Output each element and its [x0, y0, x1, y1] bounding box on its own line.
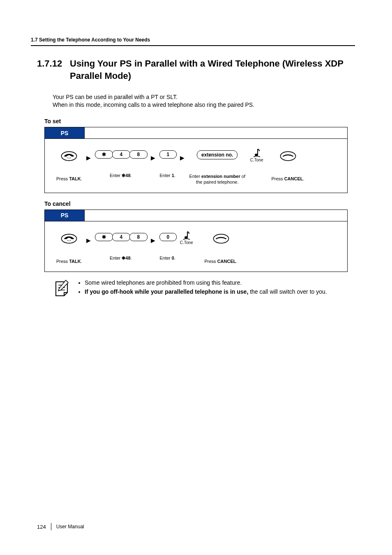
- talk-caption-post: .: [81, 176, 82, 181]
- tab-spacer: [85, 210, 347, 221]
- svg-point-0: [62, 152, 77, 161]
- enter0-post: .: [174, 256, 175, 260]
- enter1-post: .: [174, 173, 175, 178]
- note-2: If you go off-hook while your parallelle…: [85, 288, 327, 296]
- cancel-bold: CANCEL: [284, 176, 303, 181]
- star48-bold: ✱48: [122, 256, 130, 260]
- footer-separator: [51, 523, 51, 530]
- ctone-icon: [253, 148, 261, 158]
- step-star48: ✱ 4 8 Enter ✱48.: [95, 233, 147, 261]
- talk-post: .: [81, 259, 82, 264]
- intro-line-2: When in this mode, incoming calls to a w…: [53, 101, 254, 108]
- extension-chip: extension no.: [197, 150, 238, 159]
- svg-point-8: [69, 240, 70, 241]
- intro-paragraph: Your PS can be used in parallel with a P…: [53, 93, 355, 109]
- enter0-pre: Enter: [159, 256, 171, 260]
- section-title: 1.7.12 Using Your PS in Parallel with a …: [37, 58, 355, 82]
- ext-pre: Enter: [189, 174, 201, 179]
- talk-pre: Press: [56, 259, 69, 264]
- key-0: 0: [159, 233, 177, 241]
- step-cancel: Press CANCEL.: [204, 233, 237, 264]
- svg-point-4: [255, 154, 258, 156]
- arrow-icon: ▶: [86, 154, 91, 161]
- arrow-icon: ▶: [151, 237, 155, 244]
- key-1: 1: [159, 150, 177, 159]
- step-cancel: Press CANCEL.: [271, 150, 304, 182]
- star48-bold: ✱48: [122, 173, 130, 178]
- step-1: 1 Enter 1.: [159, 150, 176, 178]
- svg-point-5: [280, 152, 295, 161]
- svg-point-3: [70, 158, 71, 159]
- ctone-label: C.Tone: [180, 240, 193, 245]
- note-2-bold: If you go off-hook while your parallelle…: [85, 288, 248, 295]
- ps-tab: PS: [45, 127, 85, 139]
- svg-point-9: [70, 240, 71, 241]
- svg-point-7: [67, 240, 68, 241]
- key-8: 8: [129, 233, 148, 241]
- cancel-post: .: [236, 259, 237, 264]
- ext-bold: extension number: [201, 174, 240, 179]
- step-talk: Press TALK.: [56, 150, 82, 182]
- ctone-label: C.Tone: [250, 158, 263, 162]
- svg-point-2: [69, 158, 70, 159]
- key-4: 4: [112, 233, 130, 241]
- onhook-icon: [212, 233, 230, 244]
- step-star48: ✱ 4 8 Enter ✱48.: [95, 150, 147, 178]
- star48-post: .: [131, 173, 132, 178]
- key-star: ✱: [95, 150, 113, 159]
- arrow-icon: ▶: [180, 154, 184, 161]
- running-header: 1.7 Setting the Telephone According to Y…: [31, 37, 355, 46]
- intro-line-1: Your PS can be used in parallel with a P…: [53, 94, 178, 100]
- onhook-icon: [279, 150, 297, 162]
- star48-post: .: [131, 256, 132, 260]
- page-footer: 124 User Manual: [37, 523, 84, 530]
- section-text: Using Your PS in Parallel with a Wired T…: [70, 58, 355, 82]
- ctone-icon: [182, 230, 191, 240]
- doc-title: User Manual: [56, 524, 84, 530]
- to-set-heading: To set: [44, 118, 355, 124]
- offhook-icon: [60, 150, 78, 162]
- note-1: Some wired telephones are prohibited fro…: [85, 279, 327, 287]
- key-star: ✱: [95, 233, 113, 241]
- cancel-pre: Press: [204, 259, 217, 264]
- section-number: 1.7.12: [37, 58, 70, 82]
- step-ctone: C.Tone: [250, 148, 263, 162]
- to-cancel-procedure: PS Press TALK. ▶ ✱ 4 8 Enter ✱4: [44, 210, 348, 272]
- cancel-bold: CANCEL: [217, 259, 236, 264]
- talk-caption-bold: TALK: [69, 176, 81, 181]
- arrow-icon: ▶: [151, 154, 155, 161]
- svg-point-1: [67, 158, 68, 159]
- step-ctone: C.Tone: [180, 230, 193, 245]
- svg-point-6: [62, 234, 77, 243]
- ps-tab: PS: [45, 210, 85, 221]
- tab-spacer: [85, 127, 347, 139]
- to-cancel-heading: To cancel: [44, 200, 355, 207]
- star48-pre: Enter: [110, 256, 122, 260]
- svg-point-11: [213, 234, 228, 243]
- notes-block: Some wired telephones are prohibited fro…: [53, 279, 348, 298]
- svg-point-10: [184, 236, 188, 239]
- talk-caption-pre: Press: [56, 176, 69, 181]
- star48-pre: Enter: [110, 173, 122, 178]
- cancel-post: .: [303, 176, 304, 181]
- offhook-icon: [60, 233, 78, 244]
- arrow-icon: ▶: [86, 237, 91, 244]
- page-number: 124: [37, 524, 46, 530]
- enter1-pre: Enter: [159, 173, 171, 178]
- key-4: 4: [112, 150, 130, 159]
- note-icon: [53, 279, 71, 298]
- step-extension: extension no. Enter extension number of …: [189, 150, 246, 185]
- step-0: 0 Enter 0.: [159, 233, 176, 261]
- key-8: 8: [129, 150, 148, 159]
- to-set-procedure: PS Press TALK. ▶ ✱ 4 8: [44, 127, 348, 193]
- talk-bold: TALK: [69, 259, 81, 264]
- note-2-rest: the call will switch over to you.: [248, 288, 327, 295]
- step-talk: Press TALK.: [56, 233, 82, 264]
- cancel-pre: Press: [271, 176, 284, 181]
